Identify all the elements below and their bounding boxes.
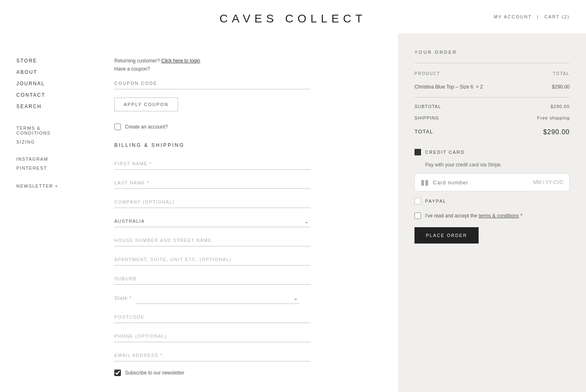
card-input-wrap: ▮▮ MM / YY CVC [414,173,570,191]
returning-customer-row: Returning customer? Click here to login [114,58,382,64]
state-select[interactable]: NSW VIC QLD WA SA TAS ACT NT [136,292,299,304]
checkout-main: Returning customer? Click here to login … [90,33,398,392]
street-input[interactable] [114,235,310,246]
sidebar-item-store[interactable]: STORE [16,58,74,64]
subscribe-checkbox[interactable] [114,370,121,376]
subtotal-value: $290.00 [484,101,570,112]
card-icon: ▮▮ [421,178,429,187]
credit-card-selected-icon [414,149,421,155]
terms-link[interactable]: terms & conditions [479,213,519,219]
phone-input[interactable] [114,330,310,342]
terms-text: I've read and accept the terms & conditi… [425,213,522,219]
returning-customer-text: Returning customer? [114,58,160,64]
order-table: PRODUCT TOTAL Christina Blue Top – Size … [414,71,570,93]
sidebar-item-sizing[interactable]: SIZING [16,140,74,144]
order-panel: YOUR ORDER PRODUCT TOTAL Christina Blue … [398,33,586,392]
sidebar-item-instagram[interactable]: INSTAGRAM [16,157,74,162]
header-nav-right: MY ACCOUNT | CART (2) [494,14,570,19]
coupon-input[interactable] [114,78,310,89]
sidebar-newsletter: NEWSLETTER + [16,183,74,189]
shipping-row: SHIPPING Free shipping [414,112,570,124]
col-total: TOTAL [538,71,570,81]
phone-group [114,330,382,342]
company-input[interactable] [114,196,310,208]
postcode-group [114,311,382,323]
subtotal-divider [414,97,570,97]
order-summary-table: SUBTOTAL $290.00 SHIPPING Free shipping … [414,101,570,141]
sidebar-item-pinterest[interactable]: PINTEREST [16,166,74,171]
card-expiry: MM / YY CVC [533,179,564,185]
paypal-option: PAYPAL [414,198,570,204]
shipping-value: Free shipping [484,112,570,124]
login-link[interactable]: Click here to login [161,58,200,64]
email-input[interactable] [114,350,310,361]
order-divider [414,63,570,63]
country-group: AUSTRALIA ⌄ [114,215,382,227]
first-name-input[interactable] [114,158,310,170]
paypal-checkbox[interactable] [414,198,421,204]
subscribe-row: Subscribe to our newsletter [114,370,382,376]
sidebar-nav: STORE ABOUT JOURNAL CONTACT SEARCH [16,58,74,109]
place-order-button[interactable]: PLACE ORDER [414,227,479,244]
cart-link[interactable]: CART (2) [544,14,570,19]
total-label: TOTAL [414,124,484,141]
country-select[interactable]: AUSTRALIA [114,215,310,227]
billing-shipping-title: BILLING & SHIPPING [114,142,382,148]
main-layout: STORE ABOUT JOURNAL CONTACT SEARCH TERMS… [0,33,586,392]
subtotal-row: SUBTOTAL $290.00 [414,101,570,112]
create-account-row: Create an account? [114,124,382,130]
stripe-info: Pay with your credit card via Stripe. [414,162,570,168]
suburb-input[interactable] [114,273,310,285]
credit-card-option: CREDIT CARD [414,149,570,155]
state-select-wrap: NSW VIC QLD WA SA TAS ACT NT ⌄ [136,292,299,304]
order-item-row: Christina Blue Top – Size 6 × 2 $290.00 [414,81,570,93]
col-product: PRODUCT [414,71,538,81]
subscribe-label: Subscribe to our newsletter [125,370,184,376]
coupon-text: Have a coupon? [114,66,150,72]
email-group [114,350,382,361]
apartment-input[interactable] [114,254,310,266]
credit-card-label: CREDIT CARD [425,150,465,155]
coupon-row: Have a coupon? [114,66,382,72]
sidebar-item-contact[interactable]: CONTACT [16,92,74,98]
total-value: $290.00 [484,124,570,141]
subtotal-label: SUBTOTAL [414,101,484,112]
sidebar-secondary: TERMS & CONDITIONS SIZING [16,126,74,144]
create-account-label: Create an account? [125,124,168,130]
header-separator: | [537,14,539,19]
payment-section: CREDIT CARD Pay with your credit card vi… [414,149,570,244]
country-select-wrap: AUSTRALIA ⌄ [114,215,310,227]
sidebar-item-terms[interactable]: TERMS & CONDITIONS [16,126,74,135]
sidebar-social: INSTAGRAM PINTEREST [16,157,74,171]
coupon-input-wrap [114,78,382,89]
street-group [114,235,382,246]
apartment-group [114,254,382,266]
postcode-input[interactable] [114,311,310,323]
order-item-name: Christina Blue Top – Size 6 × 2 [414,81,538,93]
site-title: CAVES COLLECT [220,12,367,25]
sidebar-item-about[interactable]: ABOUT [16,69,74,75]
sidebar-item-search[interactable]: SEARCH [16,104,74,109]
sidebar: STORE ABOUT JOURNAL CONTACT SEARCH TERMS… [0,33,90,392]
newsletter-link[interactable]: NEWSLETTER + [16,184,58,188]
terms-asterisk: * [520,213,522,219]
order-title: YOUR ORDER [414,50,570,55]
last-name-input[interactable] [114,177,310,189]
my-account-link[interactable]: MY ACCOUNT [494,14,532,19]
apply-coupon-button[interactable]: APPLY COUPON [114,97,178,111]
order-item-total: $290.00 [538,81,570,93]
sidebar-item-journal[interactable]: JOURNAL [16,81,74,86]
card-number-input[interactable] [433,179,529,186]
suburb-group [114,273,382,285]
first-name-group [114,158,382,170]
last-name-group [114,177,382,189]
header: CAVES COLLECT MY ACCOUNT | CART (2) [0,0,586,33]
shipping-label: SHIPPING [414,112,484,124]
total-amount: $290.00 [543,128,570,135]
paypal-label: PAYPAL [425,199,446,204]
state-row: State * NSW VIC QLD WA SA TAS ACT NT ⌄ [114,292,382,304]
terms-checkbox[interactable] [414,213,421,219]
state-group: State * NSW VIC QLD WA SA TAS ACT NT ⌄ [114,292,382,304]
company-group [114,196,382,208]
create-account-checkbox[interactable] [114,124,121,130]
